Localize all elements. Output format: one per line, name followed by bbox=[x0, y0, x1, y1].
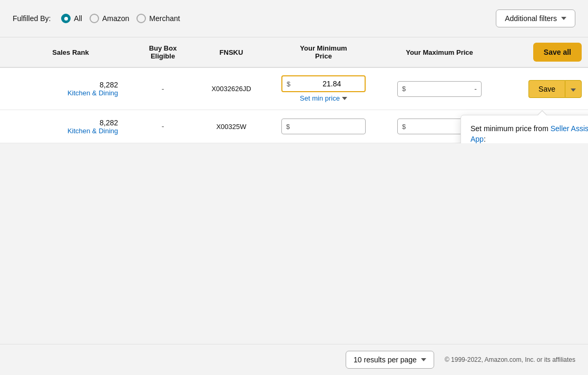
sales-rank-cat-2: Kitchen & Dining bbox=[13, 127, 118, 135]
dollar-sign-1: $ bbox=[287, 80, 290, 88]
save-dropdown-1[interactable] bbox=[565, 80, 582, 98]
sales-rank-cell-1: 8,282 Kitchen & Dining bbox=[13, 81, 129, 97]
save-button-1[interactable]: Save bbox=[528, 80, 565, 98]
buy-box-cell-1: - bbox=[129, 85, 197, 93]
sales-rank-num-2: 8,282 bbox=[13, 119, 118, 127]
save-all-button[interactable]: Save all bbox=[533, 43, 582, 62]
min-price-tooltip: Set minimum price from Seller Assistant … bbox=[460, 115, 588, 143]
table-row: 8,282 Kitchen & Dining - X0032626JD $ Se… bbox=[0, 68, 588, 110]
min-price-wrapper-1: $ Set min price Set minimum price from S… bbox=[266, 75, 381, 102]
buy-box-cell-2: - bbox=[129, 122, 197, 131]
chevron-down-icon bbox=[561, 17, 566, 20]
table-header: Sales Rank Buy BoxEligible FNSKU Your Mi… bbox=[0, 37, 588, 68]
fulfilled-by-radio-group: All Amazon Merchant bbox=[61, 14, 180, 23]
max-dollar-2: $ bbox=[402, 123, 406, 131]
actions-cell-1: Save bbox=[497, 80, 582, 98]
chevron-down-icon-save bbox=[571, 88, 576, 92]
header-min-price: Your MinimumPrice bbox=[266, 44, 381, 60]
radio-option-amazon[interactable]: Amazon bbox=[90, 14, 129, 23]
top-bar: Fulfilled By: All Amazon Merchant Additi… bbox=[0, 0, 588, 37]
radio-circle-merchant[interactable] bbox=[136, 14, 146, 23]
header-sales-rank: Sales Rank bbox=[13, 48, 129, 56]
max-price-cell-1: $ - bbox=[381, 81, 497, 97]
fulfilled-by-label: Fulfilled By: bbox=[13, 14, 51, 23]
chevron-down-icon-2 bbox=[342, 97, 347, 100]
min-price-wrapper-2: $ bbox=[266, 119, 381, 134]
radio-circle-amazon[interactable] bbox=[90, 14, 99, 23]
radio-option-all[interactable]: All bbox=[61, 14, 82, 23]
tooltip-title: Set minimum price from Seller Assistant … bbox=[471, 124, 588, 143]
sales-rank-num-1: 8,282 bbox=[13, 81, 118, 89]
header-fnsku: FNSKU bbox=[197, 48, 266, 56]
min-price-input-box-1[interactable]: $ bbox=[281, 75, 366, 92]
radio-option-merchant[interactable]: Merchant bbox=[136, 14, 180, 23]
additional-filters-button[interactable]: Additional filters bbox=[496, 9, 575, 27]
set-min-price-label-1: Set min price bbox=[300, 94, 340, 102]
min-price-input-2[interactable] bbox=[293, 122, 340, 131]
additional-filters-label: Additional filters bbox=[505, 14, 557, 23]
max-dash-1: - bbox=[474, 85, 477, 93]
fnsku-cell-1: X0032626JD bbox=[197, 85, 266, 93]
sales-rank-cell-2: 8,282 Kitchen & Dining bbox=[13, 119, 129, 135]
fnsku-cell-2: X00325W bbox=[197, 123, 266, 131]
header-buy-box: Buy BoxEligible bbox=[129, 44, 197, 60]
tooltip-title-end: : bbox=[484, 135, 486, 143]
min-price-input-box-2[interactable]: $ bbox=[281, 119, 366, 134]
min-price-input-1[interactable] bbox=[293, 80, 341, 88]
tooltip-title-start: Set minimum price from bbox=[471, 124, 551, 133]
radio-circle-all[interactable] bbox=[61, 14, 71, 23]
set-min-price-link-1[interactable]: Set min price bbox=[300, 94, 347, 102]
dollar-sign-2: $ bbox=[286, 123, 290, 131]
max-price-input-box-1[interactable]: $ - bbox=[397, 81, 482, 97]
radio-label-all: All bbox=[74, 14, 82, 23]
max-dollar-1: $ bbox=[402, 85, 406, 93]
radio-label-amazon: Amazon bbox=[102, 14, 129, 23]
header-max-price: Your Maximum Price bbox=[381, 48, 497, 56]
sales-rank-cat-1: Kitchen & Dining bbox=[13, 89, 118, 97]
header-actions: Save all bbox=[497, 43, 582, 62]
radio-label-merchant: Merchant bbox=[149, 14, 180, 23]
